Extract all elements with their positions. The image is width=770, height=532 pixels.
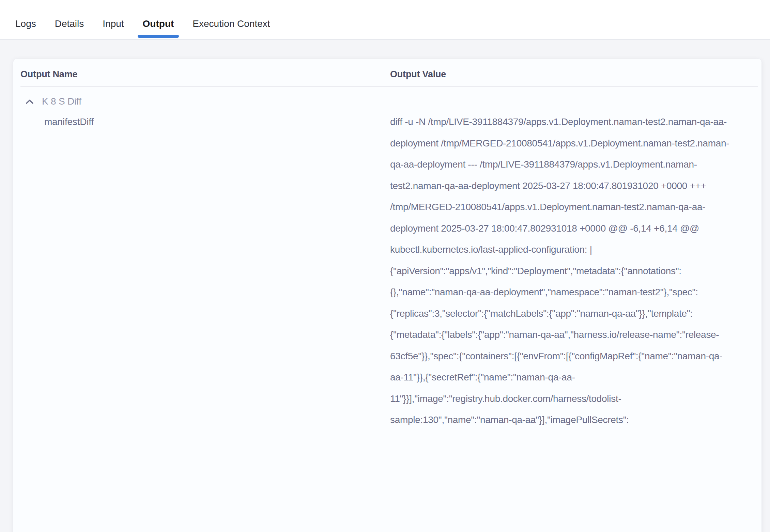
output-table-panel: Output Name Output Value K 8 S Diff mani… — [13, 59, 761, 532]
output-name-cell: manifestDiff — [13, 111, 390, 431]
tab-input[interactable]: Input — [103, 18, 124, 29]
output-value-cell: diff -u -N /tmp/LIVE-3911884379/apps.v1.… — [390, 111, 731, 431]
tab-execution-context[interactable]: Execution Context — [192, 18, 270, 29]
tab-output[interactable]: Output — [143, 18, 174, 29]
output-table-header-row: Output Name Output Value — [13, 59, 761, 80]
tab-logs[interactable]: Logs — [15, 18, 36, 29]
output-group-row-k8s-diff[interactable]: K 8 S Diff — [13, 87, 81, 107]
chevron-up-icon[interactable] — [26, 99, 34, 104]
table-row: manifestDiff diff -u -N /tmp/LIVE-391188… — [13, 111, 761, 431]
step-details-tab-bar: Logs Details Input Output Execution Cont… — [0, 0, 770, 40]
header-divider — [20, 86, 758, 87]
tab-details[interactable]: Details — [55, 18, 84, 29]
column-header-output-name: Output Name — [13, 69, 390, 80]
column-header-output-value: Output Value — [390, 69, 761, 80]
output-group-label: K 8 S Diff — [42, 96, 81, 107]
